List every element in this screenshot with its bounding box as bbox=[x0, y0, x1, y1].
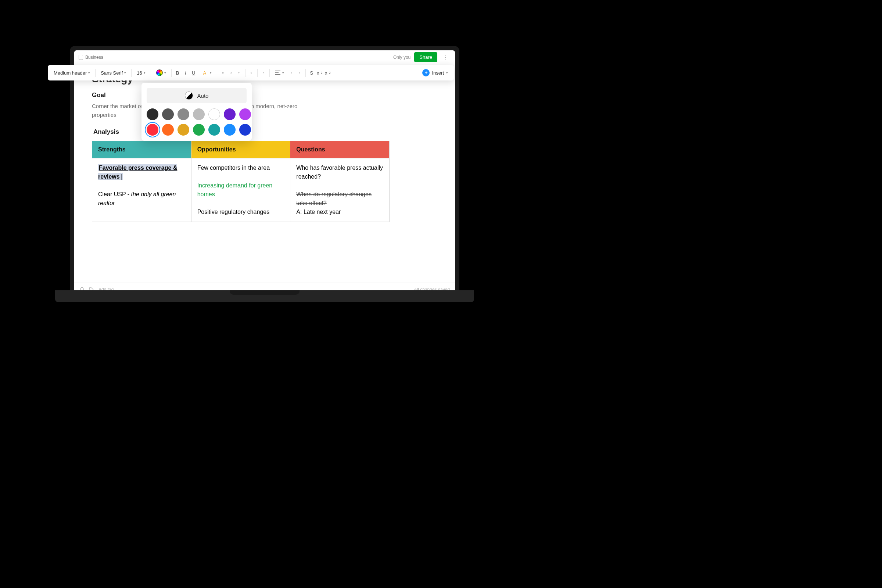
color-swatch[interactable] bbox=[208, 108, 220, 120]
alignment-dropdown[interactable]: ▾ bbox=[272, 68, 287, 77]
color-swatch[interactable] bbox=[208, 124, 220, 136]
font-size-label: 16 bbox=[137, 70, 142, 76]
col-header-opportunities[interactable]: Opportunities bbox=[191, 141, 290, 158]
svg-rect-16 bbox=[250, 72, 252, 74]
separator bbox=[151, 69, 151, 77]
highlight-dropdown[interactable]: A ▾ bbox=[198, 68, 214, 78]
insert-dropdown[interactable]: + Insert ▾ bbox=[419, 68, 451, 78]
chevron-down-icon: ▾ bbox=[210, 71, 212, 75]
paragraph-style-label: Medium header bbox=[54, 70, 87, 76]
font-size-dropdown[interactable]: 16 ▾ bbox=[134, 69, 148, 77]
bold-button[interactable]: B bbox=[174, 69, 181, 76]
svg-rect-14 bbox=[238, 73, 239, 73]
chevron-down-icon: ▾ bbox=[446, 71, 448, 75]
font-family-label: Sans Serif bbox=[101, 70, 123, 76]
q1-text: Who has favorable press actually reached… bbox=[296, 165, 383, 180]
checklist-button[interactable] bbox=[236, 69, 243, 76]
color-swatch[interactable] bbox=[224, 124, 236, 136]
strikethrough-button[interactable]: S bbox=[308, 69, 315, 76]
chevron-down-icon: ▾ bbox=[144, 71, 146, 75]
cell-opportunities[interactable]: Few competitors in the area Increasing d… bbox=[191, 158, 290, 222]
color-swatch-icon bbox=[156, 69, 163, 76]
document-body: Strategy Goal Corner the market on resid… bbox=[74, 64, 455, 283]
app-screen: Business Only you Share ⋮ Strategy Goal … bbox=[74, 50, 455, 296]
outdent-button[interactable] bbox=[296, 69, 303, 76]
chevron-down-icon: ▾ bbox=[124, 71, 126, 75]
opp-line3: Positive regulatory changes bbox=[197, 209, 270, 215]
usp-prefix: Clear USP - bbox=[98, 191, 131, 197]
laptop-frame: Business Only you Share ⋮ Strategy Goal … bbox=[70, 46, 459, 296]
table-row[interactable]: Favorable press coverage & reviews Clear… bbox=[92, 158, 390, 222]
color-auto-option[interactable]: Auto bbox=[147, 88, 247, 103]
separator bbox=[269, 69, 270, 77]
svg-text:2: 2 bbox=[230, 73, 231, 73]
chevron-down-icon: ▾ bbox=[164, 71, 166, 75]
underline-button[interactable]: U bbox=[190, 69, 197, 76]
color-swatch[interactable] bbox=[193, 108, 205, 120]
color-swatch[interactable] bbox=[177, 108, 189, 120]
plus-circle-icon: + bbox=[422, 69, 430, 76]
breadcrumb[interactable]: Business bbox=[79, 55, 103, 60]
color-swatch[interactable] bbox=[147, 124, 158, 136]
chevron-down-icon: ▾ bbox=[88, 71, 90, 75]
color-swatch[interactable] bbox=[239, 108, 251, 120]
bullet-list-button[interactable] bbox=[219, 69, 227, 76]
color-swatch[interactable] bbox=[224, 108, 236, 120]
a2-text: A: Late next year bbox=[296, 209, 340, 215]
color-swatch[interactable] bbox=[162, 124, 174, 136]
col-header-strengths[interactable]: Strengths bbox=[92, 141, 192, 158]
color-swatch[interactable] bbox=[162, 108, 174, 120]
visibility-label[interactable]: Only you bbox=[393, 55, 411, 60]
svg-point-2 bbox=[222, 73, 223, 73]
subscript-button[interactable]: x2 bbox=[324, 69, 332, 76]
formatting-toolbar: Medium header ▾ Sans Serif ▾ 16 ▾ ▾ B I … bbox=[48, 65, 454, 81]
highlighter-icon: A bbox=[201, 69, 208, 76]
separator bbox=[131, 69, 132, 77]
link-button[interactable] bbox=[260, 69, 267, 76]
top-bar: Business Only you Share ⋮ bbox=[74, 50, 455, 64]
color-swatch[interactable] bbox=[193, 124, 205, 136]
color-picker-popover: Auto bbox=[141, 82, 252, 141]
swot-table[interactable]: Strengths Opportunities Questions Favora… bbox=[92, 141, 390, 222]
opp-line1: Few competitors in the area bbox=[197, 165, 270, 171]
color-swatch[interactable] bbox=[147, 108, 158, 120]
numbered-list-button[interactable]: 123 bbox=[228, 69, 235, 76]
font-family-dropdown[interactable]: Sans Serif ▾ bbox=[98, 69, 129, 77]
color-swatch[interactable] bbox=[239, 124, 251, 136]
separator bbox=[257, 69, 258, 77]
favorable-press-text[interactable]: Favorable press coverage & reviews bbox=[98, 164, 177, 180]
share-button[interactable]: Share bbox=[414, 52, 437, 62]
cell-strengths[interactable]: Favorable press coverage & reviews Clear… bbox=[92, 158, 192, 222]
code-block-button[interactable] bbox=[248, 69, 255, 76]
svg-text:1: 1 bbox=[230, 72, 231, 72]
text-color-dropdown[interactable]: ▾ bbox=[153, 68, 169, 78]
color-swatch[interactable] bbox=[177, 124, 189, 136]
separator bbox=[245, 69, 246, 77]
separator bbox=[171, 69, 172, 77]
italic-button[interactable]: I bbox=[182, 69, 189, 76]
separator bbox=[305, 69, 306, 77]
insert-label: Insert bbox=[432, 70, 444, 76]
auto-label: Auto bbox=[197, 93, 209, 99]
opp-line2: Increasing demand for green homes bbox=[197, 182, 273, 197]
superscript-button[interactable]: x2 bbox=[316, 69, 323, 76]
more-menu-icon[interactable]: ⋮ bbox=[441, 53, 450, 62]
q2-text: When do regulatory changes take effect? bbox=[296, 191, 372, 206]
align-left-icon bbox=[275, 70, 281, 76]
top-right-controls: Only you Share ⋮ bbox=[393, 52, 450, 62]
svg-text:3: 3 bbox=[230, 73, 231, 74]
chevron-down-icon: ▾ bbox=[282, 71, 284, 75]
color-grid bbox=[147, 108, 247, 136]
paragraph-style-dropdown[interactable]: Medium header ▾ bbox=[51, 69, 93, 77]
separator bbox=[217, 69, 217, 77]
laptop-notch bbox=[230, 290, 300, 295]
col-header-questions[interactable]: Questions bbox=[290, 141, 390, 158]
auto-color-icon bbox=[185, 92, 193, 100]
separator bbox=[95, 69, 96, 77]
svg-point-4 bbox=[222, 73, 223, 74]
breadcrumb-label: Business bbox=[85, 55, 103, 60]
notebook-icon bbox=[79, 55, 83, 60]
indent-button[interactable] bbox=[288, 69, 295, 76]
cell-questions[interactable]: Who has favorable press actually reached… bbox=[290, 158, 390, 222]
laptop-base bbox=[55, 290, 474, 302]
